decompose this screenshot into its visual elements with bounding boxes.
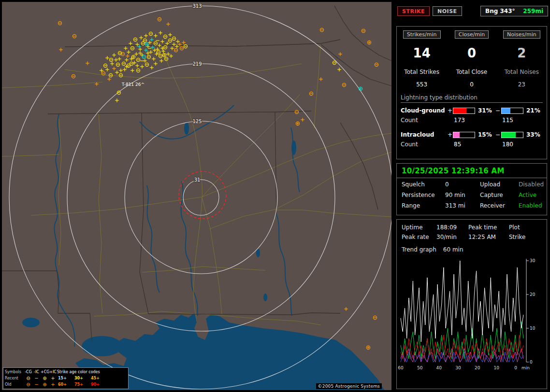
cg-minus-bar-fill (502, 108, 510, 113)
svg-text:10: 10 (494, 365, 500, 370)
svg-text:0: 0 (514, 365, 517, 370)
cg-minus-bar (501, 108, 523, 114)
svg-text:40: 40 (436, 365, 442, 370)
map-land (2, 2, 391, 390)
uptime-value: 188:09 (436, 224, 468, 231)
svg-text:20: 20 (475, 365, 480, 370)
rate-values-row: 14 0 2 (397, 42, 547, 61)
legend-col-pos-cg: +CG (41, 369, 49, 375)
total-strikes-label: Total Strikes (397, 69, 447, 75)
trend-graph-window: 60 min (443, 246, 463, 253)
statistics-box: Strikes/min Close/min Noises/min 14 0 2 … (396, 26, 547, 159)
total-close-value: 0 (447, 81, 496, 88)
range-label: Range (402, 202, 445, 209)
strikes-per-min-chip[interactable]: Strikes/min (403, 30, 441, 39)
strike-button[interactable]: STRIKE (397, 6, 430, 16)
strikes-per-min-value: 14 (397, 45, 447, 61)
legend-old-label: Old (5, 381, 24, 388)
count-label: Count (401, 141, 447, 148)
noise-button[interactable]: NOISE (433, 6, 462, 16)
close-per-min-chip[interactable]: Close/min (455, 30, 489, 39)
circle-minus-icon: ⊖ (24, 381, 32, 388)
cg-plus-bar (453, 108, 475, 114)
count-label: Count (401, 117, 447, 124)
ic-minus-bar-fill (502, 132, 516, 138)
age-90: 90+ (90, 381, 106, 388)
svg-text:0: 0 (530, 360, 533, 364)
app-window: 31321912531T-811 26^ Symbols -CG -IC +CG… (0, 0, 550, 392)
map-canvas: 31321912531T-811 26^ (2, 2, 391, 390)
bearing-label: Bng 343° (485, 8, 515, 14)
bearing-distance: 259mi (523, 8, 543, 14)
upload-label: Upload (480, 181, 519, 188)
svg-text:50: 50 (417, 365, 423, 370)
uptime-table: Uptime 188:09 Peak time Plot Peak rate 3… (402, 224, 542, 240)
peak-rate-value: 30/min (436, 234, 468, 240)
uptime-label: Uptime (402, 224, 436, 231)
cg-minus-count: 115 (501, 117, 524, 124)
cg-minus-percent: 21% (524, 107, 544, 114)
lightning-map[interactable]: 31321912531T-811 26^ Symbols -CG -IC +CG… (2, 2, 391, 390)
total-strikes-value: 553 (397, 81, 447, 88)
age-15: 15+ (57, 375, 73, 381)
circle-plus-icon: ⊕ (41, 381, 49, 388)
receiver-label: Receiver (480, 202, 519, 209)
circle-minus-icon: ⊖ (24, 375, 32, 381)
minus-icon: − (32, 381, 41, 388)
capture-label: Capture (480, 192, 519, 198)
noises-per-min-chip[interactable]: Noises/min (503, 30, 540, 39)
svg-text:125: 125 (192, 119, 202, 124)
settings-table: Squelch 0 Upload Disabled Persistence 90… (402, 181, 542, 209)
total-noises-value: 23 (497, 81, 547, 88)
status-box: 10/25/2025 12:39:16 AM Squelch 0 Upload … (396, 163, 547, 215)
peak-time-label: Peak time (468, 224, 509, 231)
total-close-label: Total Close (447, 69, 496, 75)
plus-icon: + (49, 381, 57, 388)
persistence-value: 90 min (445, 192, 480, 198)
age-45: 45+ (90, 375, 106, 381)
plus-sign: + (447, 107, 453, 114)
distribution-title: Lightning type distribution (401, 94, 543, 103)
ic-plus-count: 85 (453, 141, 476, 148)
minus-sign: − (494, 131, 501, 138)
noises-per-min-value: 2 (497, 45, 547, 61)
ic-plus-bar-fill (453, 132, 460, 138)
circle-plus-icon: ⊕ (41, 375, 49, 381)
cloud-ground-label: Cloud-ground (401, 107, 447, 114)
plot-value: Strike (509, 234, 542, 240)
squelch-value: 0 (445, 181, 480, 188)
total-noises-label: Total Noises (497, 69, 547, 75)
total-values-row: 553 0 23 (397, 79, 547, 88)
rate-chips-row: Strikes/min Close/min Noises/min (397, 30, 547, 39)
copyright-text: ©2005 Astrogenic Systems (316, 383, 382, 389)
trend-graph-label: Trend graph (402, 246, 436, 253)
age-30: 30+ (73, 375, 90, 381)
ic-minus-bar (501, 132, 523, 138)
distribution-table: Cloud-ground + 31% − 21% Count 173 115 I… (401, 107, 544, 148)
ic-minus-count: 180 (501, 141, 524, 148)
plot-label: Plot (509, 224, 542, 231)
trend-graph-header: Trend graph 60 min (402, 246, 542, 253)
squelch-label: Squelch (402, 181, 445, 188)
svg-text:30: 30 (455, 365, 461, 370)
close-per-min-value: 0 (447, 45, 496, 61)
legend-col-neg-cg: -CG (24, 369, 32, 375)
svg-text:60: 60 (398, 365, 404, 370)
ic-plus-percent: 15% (476, 131, 494, 138)
svg-text:min: min (521, 365, 530, 370)
peak-rate-label: Peak rate (402, 234, 436, 240)
svg-text:30: 30 (530, 258, 536, 263)
svg-text:20: 20 (530, 292, 536, 297)
cg-plus-bar-fill (453, 108, 466, 113)
cg-plus-percent: 31% (476, 107, 494, 114)
cg-plus-count: 173 (453, 117, 476, 124)
minus-sign: − (494, 107, 501, 114)
svg-text:31: 31 (194, 177, 201, 182)
minus-icon: − (32, 375, 41, 381)
mode-toolbar: STRIKE NOISE Bng 343° 259mi (397, 6, 548, 16)
trend-box: Uptime 188:09 Peak time Plot Peak rate 3… (396, 219, 547, 389)
trend-graph[interactable]: 01020306050403020100min (398, 256, 543, 377)
peak-time-value: 12:25 AM (468, 234, 509, 240)
legend-title: Symbols (5, 369, 24, 375)
legend-col-pos-ic: +IC (49, 369, 57, 375)
